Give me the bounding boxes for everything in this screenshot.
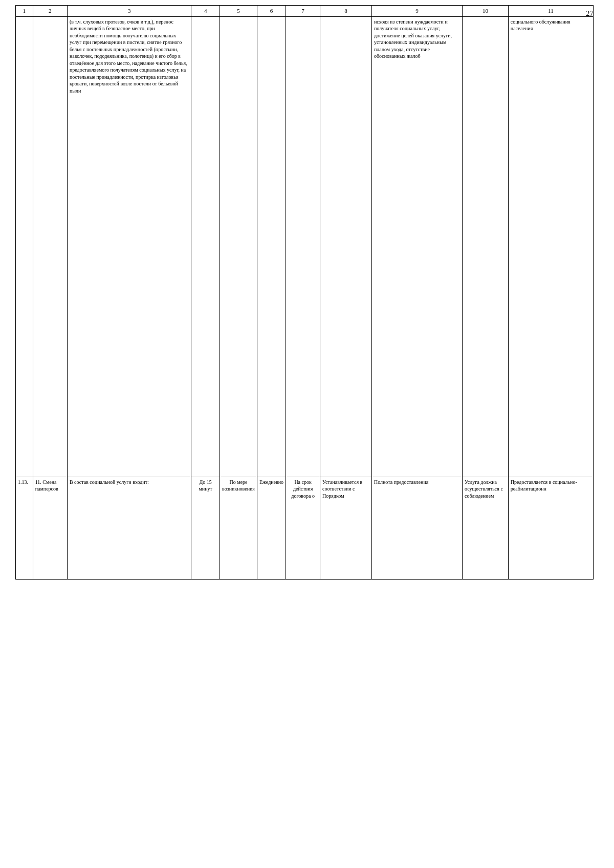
- main-table: 1 2 3 4 5 6 7 8 9 10 11 (в т.ч. слуховых…: [15, 5, 594, 580]
- cell-2-7: На срок действия договора о: [286, 477, 320, 579]
- header-col8: 8: [320, 6, 372, 17]
- cell-2-10: Услуга должна осуществляться с соблюдени…: [462, 477, 508, 579]
- table-row-1-13: 1.13. 11. Смена памперсов В состав социа…: [16, 477, 594, 579]
- header-col9: 9: [371, 6, 462, 17]
- table-row-continuation: (в т.ч. слуховых протезов, очков и т.д.)…: [16, 16, 594, 477]
- cell-2-3: В состав социальной услуги входит:: [67, 477, 191, 579]
- cell-2-5: По мере возникновения: [220, 477, 257, 579]
- cell-1-8: [320, 16, 372, 477]
- cell-1-2: [33, 16, 67, 477]
- header-col2: 2: [33, 6, 67, 17]
- cell-2-8: Устанавливается в соответствии с Порядко…: [320, 477, 372, 579]
- header-col10: 10: [462, 6, 508, 17]
- table-wrapper: 1 2 3 4 5 6 7 8 9 10 11 (в т.ч. слуховых…: [15, 5, 594, 580]
- cell-1-10: [462, 16, 508, 477]
- cell-1-4: [191, 16, 220, 477]
- cell-1-11: социального обслуживания населения: [508, 16, 593, 477]
- cell-2-9: Полнота предоставления: [371, 477, 462, 579]
- header-col6: 6: [257, 6, 286, 17]
- cell-1-7: [286, 16, 320, 477]
- cell-2-2: 11. Смена памперсов: [33, 477, 67, 579]
- header-col11: 11: [508, 6, 593, 17]
- header-col7: 7: [286, 6, 320, 17]
- cell-2-1: 1.13.: [16, 477, 33, 579]
- header-col3: 3: [67, 6, 191, 17]
- header-col5: 5: [220, 6, 257, 17]
- column-header-row: 1 2 3 4 5 6 7 8 9 10 11: [16, 6, 594, 17]
- cell-1-1: [16, 16, 33, 477]
- header-col4: 4: [191, 6, 220, 17]
- cell-2-4: До 15 минут: [191, 477, 220, 579]
- cell-1-5: [220, 16, 257, 477]
- cell-1-3: (в т.ч. слуховых протезов, очков и т.д.)…: [67, 16, 191, 477]
- cell-2-6: Ежедневно: [257, 477, 286, 579]
- header-col1: 1: [16, 6, 33, 17]
- cell-1-6: [257, 16, 286, 477]
- cell-2-11: Предоставляется в социально-реабилитацио…: [508, 477, 593, 579]
- cell-1-9: исходя из степени нуждаемости и получате…: [371, 16, 462, 477]
